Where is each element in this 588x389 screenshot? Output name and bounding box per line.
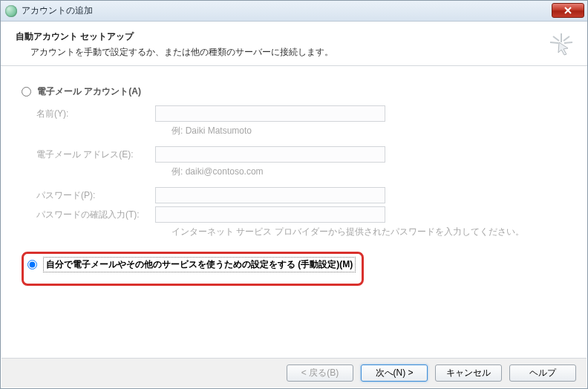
input-name bbox=[155, 105, 385, 122]
wizard-description: アカウントを手動で設定するか、または他の種類のサーバーに接続します。 bbox=[16, 46, 572, 59]
next-button[interactable]: 次へ(N) > bbox=[361, 365, 428, 382]
window-title: アカウントの追加 bbox=[22, 4, 93, 17]
label-email-account[interactable]: 電子メール アカウント(A) bbox=[37, 85, 141, 98]
example-name: 例: Daiki Matsumoto bbox=[172, 125, 566, 137]
option-manual-setup[interactable]: 自分で電子メールやその他のサービスを使うための設定をする (手動設定)(M) bbox=[27, 257, 356, 272]
input-email bbox=[155, 146, 385, 163]
svg-line-3 bbox=[553, 36, 559, 41]
label-manual-setup[interactable]: 自分で電子メールやその他のサービスを使うための設定をする (手動設定)(M) bbox=[46, 259, 353, 269]
field-email: 電子メール アドレス(E): bbox=[36, 146, 566, 163]
back-button: < 戻る(B) bbox=[287, 365, 353, 382]
field-name: 名前(Y): bbox=[36, 105, 566, 122]
label-password-confirm: パスワードの確認入力(T): bbox=[36, 209, 155, 221]
radio-email-account[interactable] bbox=[22, 87, 31, 97]
wizard-title: 自動アカウント セットアップ bbox=[16, 30, 572, 43]
label-name: 名前(Y): bbox=[36, 108, 155, 120]
close-icon bbox=[564, 7, 572, 14]
field-password-confirm: パスワードの確認入力(T): bbox=[36, 206, 566, 223]
label-email: 電子メール アドレス(E): bbox=[36, 148, 155, 161]
field-password: パスワード(P): bbox=[36, 187, 566, 203]
wizard-content: 電子メール アカウント(A) 名前(Y): 例: Daiki Matsumoto… bbox=[1, 66, 587, 357]
svg-line-6 bbox=[564, 42, 572, 43]
input-password bbox=[155, 187, 385, 203]
titlebar: アカウントの追加 bbox=[1, 1, 587, 22]
dialog-window: アカウントの追加 自動アカウント セットアップ アカウントを手動で設定するか、ま… bbox=[0, 0, 588, 389]
option-email-account[interactable]: 電子メール アカウント(A) bbox=[22, 85, 566, 98]
label-password: パスワード(P): bbox=[36, 189, 155, 202]
cancel-button[interactable]: キャンセル bbox=[435, 365, 502, 382]
wizard-buttons: < 戻る(B) 次へ(N) > キャンセル ヘルプ bbox=[1, 358, 587, 388]
svg-line-5 bbox=[550, 42, 558, 43]
close-button[interactable] bbox=[552, 3, 584, 18]
radio-manual-setup[interactable] bbox=[27, 260, 37, 269]
cursor-asterisk-icon bbox=[549, 32, 574, 57]
email-form: 名前(Y): 例: Daiki Matsumoto 電子メール アドレス(E):… bbox=[36, 105, 566, 238]
help-button[interactable]: ヘルプ bbox=[509, 365, 576, 382]
wizard-header: 自動アカウント セットアップ アカウントを手動で設定するか、または他の種類のサー… bbox=[1, 22, 587, 66]
app-icon bbox=[5, 5, 17, 17]
option-manual-highlight: 自分で電子メールやその他のサービスを使うための設定をする (手動設定)(M) bbox=[22, 252, 364, 286]
svg-line-4 bbox=[564, 36, 569, 41]
example-email: 例: daiki@contoso.com bbox=[172, 166, 566, 178]
input-password-confirm bbox=[155, 206, 385, 223]
password-hint: インターネット サービス プロバイダーから提供されたパスワードを入力してください… bbox=[172, 226, 566, 238]
